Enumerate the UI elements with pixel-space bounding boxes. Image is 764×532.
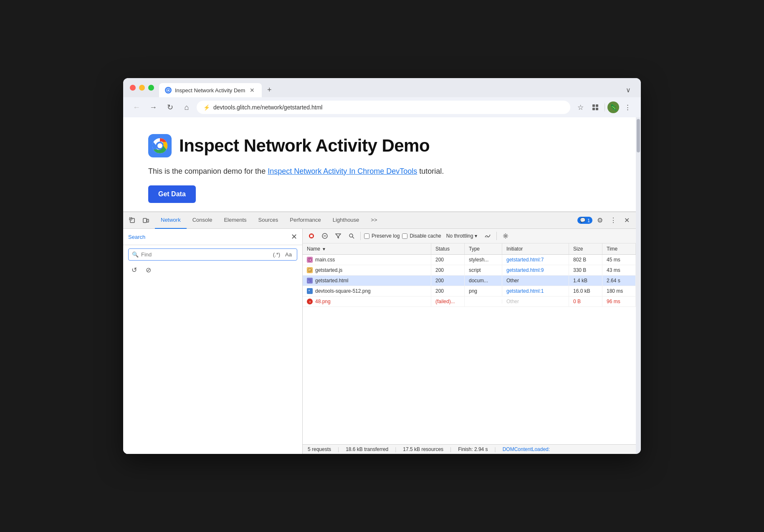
svg-text:JS: JS — [309, 269, 312, 272]
table-row[interactable]: ✕ 48.png (failed)... Other 0 B 96 ms — [303, 296, 636, 307]
col-name[interactable]: Name ▼ — [303, 243, 431, 254]
row-type: script — [465, 265, 502, 275]
network-conditions-button[interactable] — [482, 231, 493, 241]
console-badge[interactable]: 💬 1 — [577, 217, 592, 224]
svg-rect-10 — [130, 218, 134, 223]
main-scroll[interactable]: Inspect Network Activity Demo This is th… — [123, 117, 636, 454]
devtools-more-button[interactable]: ⋮ — [607, 215, 619, 226]
badge-count: 1 — [587, 218, 590, 223]
tab-sources[interactable]: Sources — [253, 212, 284, 229]
tab-overflow-button[interactable]: ∨ — [622, 84, 634, 96]
case-sensitive-button[interactable]: Aa — [283, 251, 293, 258]
network-table-header: Name ▼ Status Type — [303, 243, 636, 255]
search-header: Search ✕ — [123, 229, 302, 245]
active-tab[interactable]: Inspect Network Activity Dem ✕ — [159, 83, 262, 97]
tab-elements[interactable]: Elements — [218, 212, 252, 229]
svg-rect-14 — [310, 235, 313, 237]
back-button[interactable]: ← — [130, 101, 143, 114]
description-post: tutorial. — [419, 167, 444, 175]
search-input[interactable] — [141, 251, 269, 258]
table-row[interactable]: ≡ getstarted.html 200 docum... Other 1.4… — [303, 276, 636, 286]
devtools-tabbar: Network Console Elements Sources — [123, 212, 636, 229]
statusbar-domcontent[interactable]: DOMContentLoaded: — [503, 446, 550, 452]
row-time: 45 ms — [602, 255, 636, 265]
tab-close-button[interactable]: ✕ — [248, 86, 256, 94]
chrome-logo — [148, 134, 172, 157]
col-initiator[interactable]: Initiator — [502, 243, 569, 254]
maximize-traffic-light[interactable] — [148, 85, 154, 91]
row-status: 200 — [431, 265, 465, 275]
badge-icon: 💬 — [580, 218, 586, 223]
throttling-dropdown[interactable]: No throttling ▾ — [444, 232, 480, 240]
table-row[interactable]: JS getstarted.js 200 script getstarted.h… — [303, 265, 636, 276]
traffic-lights — [130, 85, 154, 96]
tab-lighthouse[interactable]: Lighthouse — [327, 212, 365, 229]
close-traffic-light[interactable] — [130, 85, 136, 91]
svg-text:≡: ≡ — [309, 280, 310, 282]
file-icon-js: JS — [307, 267, 313, 273]
home-button[interactable]: ⌂ — [180, 101, 193, 114]
search-network-button[interactable] — [346, 231, 357, 241]
statusbar-separator2: | — [395, 446, 396, 452]
filter-button[interactable] — [333, 231, 344, 241]
record-stop-button[interactable] — [306, 231, 317, 241]
bookmark-button[interactable]: ☆ — [574, 101, 587, 114]
profile-avatar[interactable]: 🦎 — [607, 101, 619, 113]
tab-network[interactable]: Network — [155, 212, 187, 229]
more-menu-button[interactable]: ⋮ — [621, 101, 634, 114]
statusbar-transferred: 18.6 kB transferred — [346, 446, 388, 452]
sort-icon: ▼ — [322, 247, 326, 251]
description-pre: This is the companion demo for the — [148, 167, 268, 175]
minimize-traffic-light[interactable] — [139, 85, 145, 91]
devtools-settings-button[interactable]: ⚙ — [594, 215, 606, 226]
search-close-button[interactable]: ✕ — [291, 232, 297, 241]
col-type[interactable]: Type — [465, 243, 502, 254]
refresh-search-button[interactable]: ↺ — [128, 264, 140, 276]
table-row[interactable]: main.css 200 stylesh... getstarted.html:… — [303, 255, 636, 265]
svg-point-19 — [505, 235, 506, 237]
col-size[interactable]: Size — [569, 243, 602, 254]
row-status: 200 — [431, 286, 465, 296]
device-mode-button[interactable] — [140, 215, 152, 226]
page-title: Inspect Network Activity Demo — [179, 136, 430, 156]
extensions-button[interactable] — [589, 101, 602, 114]
row-time: 43 ms — [602, 265, 636, 275]
disable-cache-checkbox[interactable]: Disable cache — [402, 233, 441, 239]
reload-button[interactable]: ↻ — [163, 101, 177, 114]
inspect-element-button[interactable] — [126, 215, 138, 226]
page-content: Inspect Network Activity Demo This is th… — [123, 117, 636, 212]
svg-rect-12 — [147, 219, 149, 222]
tab-console[interactable]: Console — [187, 212, 218, 229]
col-time[interactable]: Time — [602, 243, 636, 254]
nav-bar: ← → ↻ ⌂ ⚡ devtools.glitch.me/network/get… — [123, 97, 641, 117]
clear-button[interactable] — [319, 231, 330, 241]
forward-button[interactable]: → — [147, 101, 160, 114]
devtools-close-button[interactable]: ✕ — [621, 215, 632, 226]
tab-performance[interactable]: Performance — [284, 212, 326, 229]
tab-more[interactable]: >> — [365, 212, 383, 229]
row-time: 180 ms — [602, 286, 636, 296]
network-table[interactable]: Name ▼ Status Type — [303, 243, 636, 444]
row-type: png — [465, 286, 502, 296]
page-header: Inspect Network Activity Demo — [148, 134, 611, 157]
clear-search-button[interactable]: ⊘ — [142, 264, 154, 276]
page-scrollbar[interactable] — [636, 117, 641, 454]
network-settings-button[interactable] — [500, 231, 511, 241]
row-initiator: Other — [502, 276, 569, 286]
address-bar[interactable]: ⚡ devtools.glitch.me/network/getstarted.… — [197, 101, 570, 114]
browser-window: Inspect Network Activity Dem ✕ + ∨ ← → ↻… — [123, 78, 641, 454]
scrollbar-thumb[interactable] — [637, 119, 640, 152]
toolbar-separator-2 — [496, 232, 497, 240]
col-status[interactable]: Status — [431, 243, 465, 254]
description-link[interactable]: Inspect Network Activity In Chrome DevTo… — [268, 167, 417, 175]
search-actions-row: ↺ ⊘ — [123, 264, 302, 279]
table-row[interactable]: devtools-square-512.png 200 png getstart… — [303, 286, 636, 296]
svg-point-17 — [349, 234, 353, 237]
address-text: devtools.glitch.me/network/getstarted.ht… — [213, 104, 564, 111]
get-data-button[interactable]: Get Data — [148, 185, 196, 203]
new-tab-button[interactable]: + — [263, 84, 275, 96]
regex-button[interactable]: (.*) — [271, 251, 282, 258]
separator-line — [605, 103, 605, 112]
tabs-row: Inspect Network Activity Dem ✕ + ∨ — [159, 83, 634, 97]
preserve-log-checkbox[interactable]: Preserve log — [364, 233, 400, 239]
